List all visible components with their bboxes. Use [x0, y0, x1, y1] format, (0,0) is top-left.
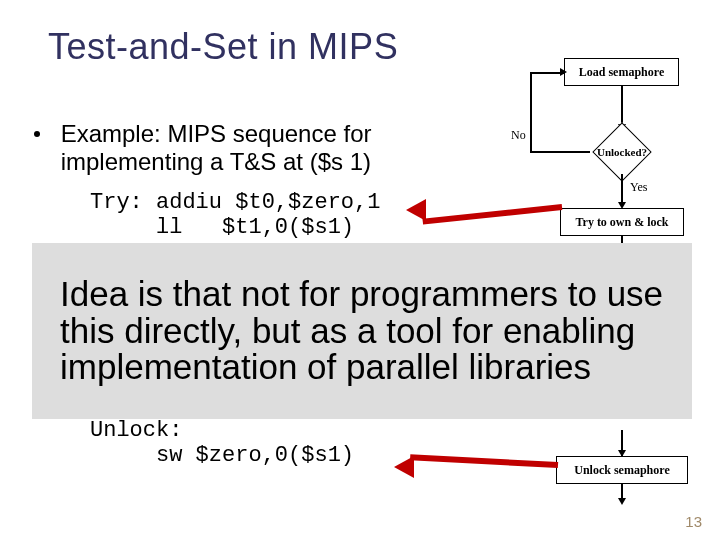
flow-connector: [530, 72, 564, 74]
flow-label-yes: Yes: [630, 180, 647, 195]
page-number: 13: [685, 513, 702, 530]
flow-label-no: No: [511, 128, 526, 143]
code-block-try: Try: addiu $t0,$zero,1 ll $t1,0($s1): [90, 190, 380, 241]
flow-box-try: Try to own & lock: [560, 208, 684, 236]
bullet-line-1: Example: MIPS sequence for: [61, 120, 372, 147]
red-arrow-icon: [388, 452, 568, 482]
bullet-dot-icon: [34, 131, 40, 137]
slide-title: Test-and-Set in MIPS: [48, 26, 398, 68]
flow-connector: [530, 72, 532, 152]
flow-box-load: Load semaphore: [564, 58, 679, 86]
flow-arrowhead-icon: [560, 68, 567, 76]
overlay-text: Idea is that not for programmers to use …: [32, 276, 692, 386]
flow-arrowhead-icon: [618, 450, 626, 457]
red-arrow-icon: [400, 190, 570, 220]
code-block-unlock: Unlock: sw $zero,0($s1): [90, 418, 354, 469]
flow-box-unlock: Unlock semaphore: [556, 456, 688, 484]
bullet-line-2: implementing a T&S at ($s 1): [61, 148, 371, 175]
flow-connector: [530, 151, 590, 153]
overlay-note: Idea is that not for programmers to use …: [32, 243, 692, 419]
flow-connector: [621, 86, 623, 126]
bullet-item: Example: MIPS sequence for implementing …: [34, 120, 372, 175]
flow-diamond-label: Unlocked?: [597, 146, 647, 158]
slide: Test-and-Set in MIPS Example: MIPS seque…: [0, 0, 720, 540]
bullet-text: Example: MIPS sequence for implementing …: [61, 120, 372, 175]
flow-arrowhead-icon: [618, 498, 626, 505]
flow-diamond-unlocked: Unlocked?: [590, 130, 654, 174]
flow-connector: [621, 174, 623, 204]
